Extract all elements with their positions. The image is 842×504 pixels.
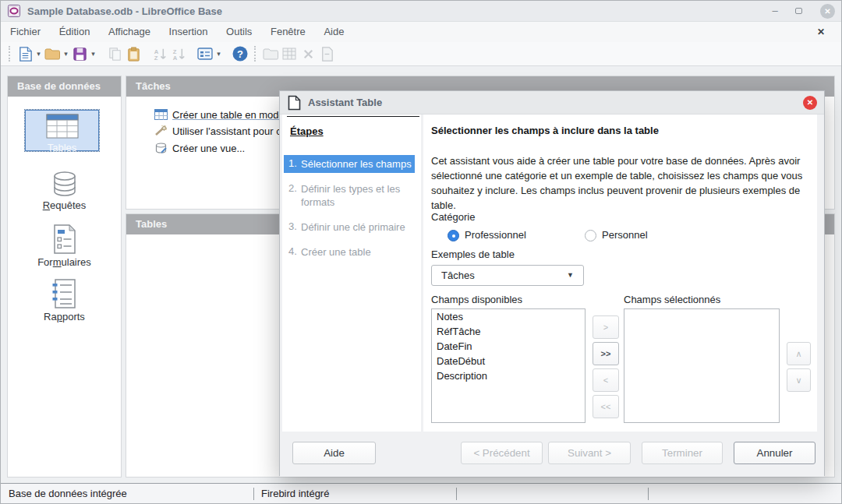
task-create-table-design[interactable]: Créer une table en mode bbox=[154, 107, 285, 122]
previous-button[interactable]: < Précédent bbox=[461, 442, 543, 464]
table-wizard-dialog: Assistant Table ✕ Étapes 1. Sélectionner… bbox=[279, 90, 825, 476]
sidebar-item-label: Requêtes bbox=[8, 199, 121, 211]
finish-button[interactable]: Terminer bbox=[642, 442, 723, 464]
dialog-title: Assistant Table bbox=[308, 91, 382, 115]
selected-fields-list[interactable] bbox=[624, 308, 780, 423]
menu-affichage[interactable]: Affichage bbox=[101, 22, 158, 42]
add-field-button[interactable]: > bbox=[593, 315, 619, 339]
list-item[interactable]: DateFin bbox=[432, 339, 585, 354]
remove-field-button[interactable]: < bbox=[593, 368, 619, 392]
task-use-wizard[interactable]: Utiliser l'assistant pour cr bbox=[154, 124, 285, 138]
radio-professional[interactable] bbox=[448, 230, 459, 241]
list-item[interactable]: RéfTâche bbox=[432, 324, 585, 339]
add-all-fields-button[interactable]: >> bbox=[593, 342, 619, 365]
document-close-icon[interactable]: ✕ bbox=[813, 24, 829, 40]
forms-icon bbox=[51, 224, 78, 254]
open-icon[interactable] bbox=[43, 44, 62, 63]
menu-fichier[interactable]: Fichier bbox=[2, 22, 48, 42]
table-examples-select[interactable]: Tâches ▼ bbox=[431, 265, 584, 286]
libreoffice-base-icon bbox=[8, 5, 20, 17]
menu-aide[interactable]: Aide bbox=[316, 22, 352, 42]
steps-panel: Étapes 1. Sélectionner les champs 2. Déf… bbox=[282, 115, 421, 432]
restore-button[interactable] bbox=[787, 1, 810, 22]
menu-fenetre[interactable]: Fenêtre bbox=[263, 22, 313, 42]
sidebar-item-label: Tables bbox=[26, 142, 98, 153]
minimize-button[interactable]: – bbox=[763, 1, 787, 22]
menubar: Fichier Édition Affichage Insertion Outi… bbox=[1, 22, 841, 42]
open-dropdown-caret-icon[interactable]: ▾ bbox=[62, 50, 70, 58]
window-title: Sample Database.odb - LibreOffice Base bbox=[27, 1, 222, 22]
sidebar-item-tables[interactable]: Tables bbox=[25, 110, 99, 151]
queries-icon bbox=[51, 171, 79, 197]
sidebar-item-forms[interactable]: Formulaires bbox=[8, 224, 121, 268]
sort-descending-icon[interactable]: ZA bbox=[169, 44, 188, 63]
svg-text:Z: Z bbox=[154, 55, 157, 62]
sidebar-item-reports[interactable]: Rapports bbox=[8, 279, 121, 322]
selected-fields-label: Champs sélectionnés bbox=[624, 294, 720, 305]
help-icon[interactable]: ? bbox=[231, 44, 249, 63]
table-examples-label: Exemples de table bbox=[431, 248, 515, 260]
dialog-document-icon bbox=[288, 95, 301, 111]
menu-outils[interactable]: Outils bbox=[218, 22, 260, 42]
titlebar: Sample Database.odb - LibreOffice Base –… bbox=[1, 1, 841, 22]
remove-all-fields-button[interactable]: << bbox=[593, 395, 619, 418]
task-create-view[interactable]: Créer une vue... bbox=[154, 141, 245, 155]
dialog-button-row: Aide < Précédent Suivant > Terminer Annu… bbox=[280, 432, 824, 477]
toolbar-grip-icon bbox=[254, 46, 256, 62]
page-intro: Cet assistant vous aide à créer une tabl… bbox=[431, 153, 818, 213]
page-heading: Sélectionner les champs à inclure dans l… bbox=[431, 125, 659, 136]
table-object-icon[interactable] bbox=[280, 44, 299, 63]
menu-edition[interactable]: Édition bbox=[51, 22, 98, 42]
sidebar-item-queries[interactable]: Requêtes bbox=[8, 171, 121, 211]
create-view-icon bbox=[154, 143, 168, 154]
application-window: Sample Database.odb - LibreOffice Base –… bbox=[0, 0, 842, 504]
reports-icon bbox=[51, 279, 78, 308]
step-1-select-fields[interactable]: 1. Sélectionner les champs bbox=[284, 155, 415, 173]
new-document-icon[interactable] bbox=[16, 44, 34, 63]
category-label: Catégorie bbox=[431, 211, 475, 223]
wizard-wand-icon bbox=[154, 125, 168, 136]
step-3-primary-key[interactable]: 3. Définir une clé primaire bbox=[284, 218, 415, 236]
available-fields-list[interactable]: Notes RéfTâche DateFin DateDébut Descrip… bbox=[431, 308, 586, 423]
delete-icon[interactable] bbox=[299, 44, 317, 63]
radio-professional-label: Professionnel bbox=[465, 229, 526, 241]
step-4-create-table[interactable]: 4. Créer une table bbox=[284, 243, 415, 261]
statusbar-engine: Firebird intégré bbox=[253, 484, 456, 504]
sidebar-item-label: Formulaires bbox=[8, 256, 121, 268]
menu-insertion[interactable]: Insertion bbox=[161, 22, 216, 42]
sidebar-header: Base de données bbox=[8, 76, 121, 97]
save-icon[interactable] bbox=[70, 44, 89, 63]
dialog-close-button[interactable]: ✕ bbox=[803, 96, 817, 110]
steps-divider bbox=[287, 116, 419, 117]
list-item[interactable]: DateDébut bbox=[432, 354, 585, 368]
move-down-button[interactable]: ∨ bbox=[787, 368, 811, 392]
step-2-set-types[interactable]: 2. Définir les types et les formats bbox=[284, 180, 415, 211]
sidebar-item-label: Rapports bbox=[8, 311, 121, 322]
dialog-titlebar: Assistant Table ✕ bbox=[280, 91, 824, 115]
radio-personal-label: Personnel bbox=[602, 229, 648, 241]
svg-text:A: A bbox=[172, 55, 177, 62]
copy-icon[interactable] bbox=[105, 44, 124, 63]
chevron-down-icon: ▼ bbox=[567, 266, 574, 285]
svg-text:?: ? bbox=[237, 48, 243, 60]
list-item[interactable]: Description bbox=[432, 368, 585, 383]
save-dropdown-caret-icon[interactable]: ▾ bbox=[89, 50, 97, 58]
rename-document-icon[interactable] bbox=[317, 44, 336, 63]
radio-personal[interactable] bbox=[585, 230, 596, 241]
close-button[interactable]: ✕ bbox=[820, 4, 835, 19]
sort-ascending-icon[interactable]: AZ bbox=[150, 44, 169, 63]
help-button[interactable]: Aide bbox=[292, 442, 376, 464]
toolbar-grip-icon bbox=[9, 46, 11, 62]
statusbar-database-type: Base de données intégrée bbox=[1, 484, 253, 504]
steps-title: Étapes bbox=[290, 125, 324, 137]
cancel-button[interactable]: Annuler bbox=[734, 442, 815, 464]
paste-icon[interactable] bbox=[124, 44, 143, 63]
next-button[interactable]: Suivant > bbox=[548, 442, 631, 464]
list-item[interactable]: Notes bbox=[432, 309, 585, 324]
new-dropdown-caret-icon[interactable]: ▾ bbox=[34, 50, 43, 58]
table-icon bbox=[154, 109, 168, 120]
open-database-object-icon[interactable] bbox=[261, 44, 280, 63]
form-view-icon[interactable] bbox=[196, 44, 214, 63]
form-dropdown-caret-icon[interactable]: ▾ bbox=[214, 50, 223, 58]
move-up-button[interactable]: ∧ bbox=[787, 342, 811, 365]
